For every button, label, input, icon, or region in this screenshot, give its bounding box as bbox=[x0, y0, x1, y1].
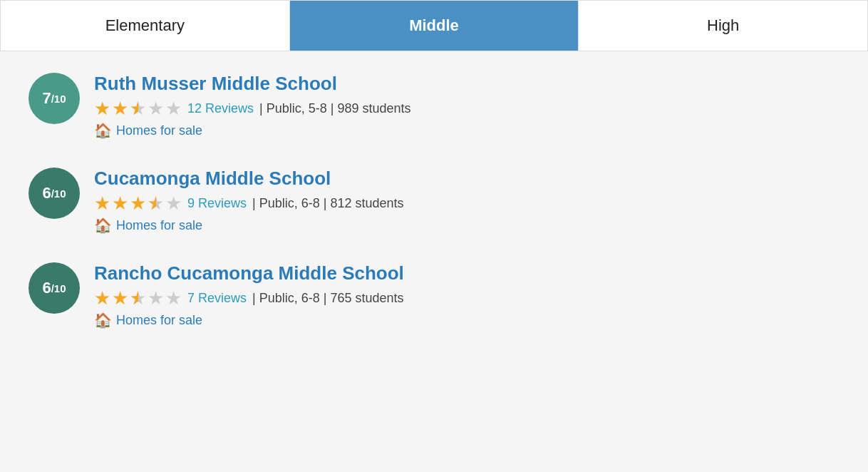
star-half: ★ ★ bbox=[148, 194, 164, 212]
school-info: Rancho Cucamonga Middle School★★ ★ ★ ★★7… bbox=[94, 262, 404, 329]
homes-for-sale-link[interactable]: 🏠Homes for sale bbox=[94, 122, 411, 139]
schools-list: 7/10Ruth Musser Middle School★★ ★ ★ ★★12… bbox=[0, 51, 868, 379]
score-badge: 7/10 bbox=[29, 73, 80, 124]
school-item: 6/10Cucamonga Middle School★★★ ★ ★ ★9 Re… bbox=[29, 168, 839, 234]
tab-middle[interactable]: Middle bbox=[290, 1, 579, 51]
reviews-link[interactable]: 7 Reviews bbox=[187, 291, 247, 306]
score-number: 6 bbox=[42, 279, 51, 297]
homes-label: Homes for sale bbox=[116, 313, 202, 328]
home-icon: 🏠 bbox=[94, 122, 112, 139]
score-badge: 6/10 bbox=[29, 168, 80, 219]
school-info: Cucamonga Middle School★★★ ★ ★ ★9 Review… bbox=[94, 168, 404, 234]
homes-for-sale-link[interactable]: 🏠Homes for sale bbox=[94, 312, 404, 329]
school-item: 6/10Rancho Cucamonga Middle School★★ ★ ★… bbox=[29, 262, 839, 329]
stars: ★★ ★ ★ ★★ bbox=[94, 99, 182, 118]
star-empty: ★ bbox=[165, 289, 182, 307]
star-filled: ★ bbox=[94, 289, 110, 307]
reviews-link[interactable]: 12 Reviews bbox=[187, 101, 254, 116]
star-filled: ★ bbox=[112, 194, 128, 212]
star-filled: ★ bbox=[112, 99, 128, 118]
score-number: 7 bbox=[42, 89, 51, 108]
score-denom: /10 bbox=[51, 282, 66, 294]
homes-for-sale-link[interactable]: 🏠Homes for sale bbox=[94, 217, 404, 234]
stars: ★★★ ★ ★ ★ bbox=[94, 194, 182, 212]
meta-row: ★★ ★ ★ ★★12 Reviews| Public, 5-8 | 989 s… bbox=[94, 99, 411, 118]
star-filled: ★ bbox=[130, 194, 146, 212]
star-empty: ★ bbox=[148, 99, 164, 118]
home-icon: 🏠 bbox=[94, 217, 112, 234]
meta-row: ★★ ★ ★ ★★7 Reviews| Public, 6-8 | 765 st… bbox=[94, 289, 404, 307]
homes-label: Homes for sale bbox=[116, 218, 202, 233]
score-number: 6 bbox=[42, 184, 51, 202]
star-filled: ★ bbox=[112, 289, 128, 307]
reviews-link[interactable]: 9 Reviews bbox=[187, 196, 247, 211]
star-empty: ★ bbox=[165, 99, 182, 118]
stars: ★★ ★ ★ ★★ bbox=[94, 289, 182, 307]
score-denom: /10 bbox=[51, 93, 66, 105]
star-empty: ★ bbox=[165, 194, 182, 212]
meta-row: ★★★ ★ ★ ★9 Reviews| Public, 6-8 | 812 st… bbox=[94, 194, 404, 212]
tabs-container: Elementary Middle High bbox=[0, 0, 868, 51]
school-info: Ruth Musser Middle School★★ ★ ★ ★★12 Rev… bbox=[94, 73, 411, 139]
school-name[interactable]: Ruth Musser Middle School bbox=[94, 73, 411, 95]
star-half: ★ ★ bbox=[130, 99, 146, 118]
star-half: ★ ★ bbox=[130, 289, 146, 307]
home-icon: 🏠 bbox=[94, 312, 112, 329]
school-meta-text: | Public, 5-8 | 989 students bbox=[259, 101, 410, 116]
school-name[interactable]: Rancho Cucamonga Middle School bbox=[94, 262, 404, 284]
school-name[interactable]: Cucamonga Middle School bbox=[94, 168, 404, 190]
homes-label: Homes for sale bbox=[116, 123, 202, 138]
tab-high[interactable]: High bbox=[579, 1, 867, 51]
score-denom: /10 bbox=[51, 188, 66, 200]
school-meta-text: | Public, 6-8 | 812 students bbox=[252, 196, 403, 211]
score-badge: 6/10 bbox=[29, 262, 80, 314]
star-filled: ★ bbox=[94, 194, 110, 212]
school-item: 7/10Ruth Musser Middle School★★ ★ ★ ★★12… bbox=[29, 73, 839, 139]
star-empty: ★ bbox=[148, 289, 164, 307]
star-filled: ★ bbox=[94, 99, 110, 118]
tab-elementary[interactable]: Elementary bbox=[1, 1, 290, 51]
school-meta-text: | Public, 6-8 | 765 students bbox=[252, 291, 403, 306]
